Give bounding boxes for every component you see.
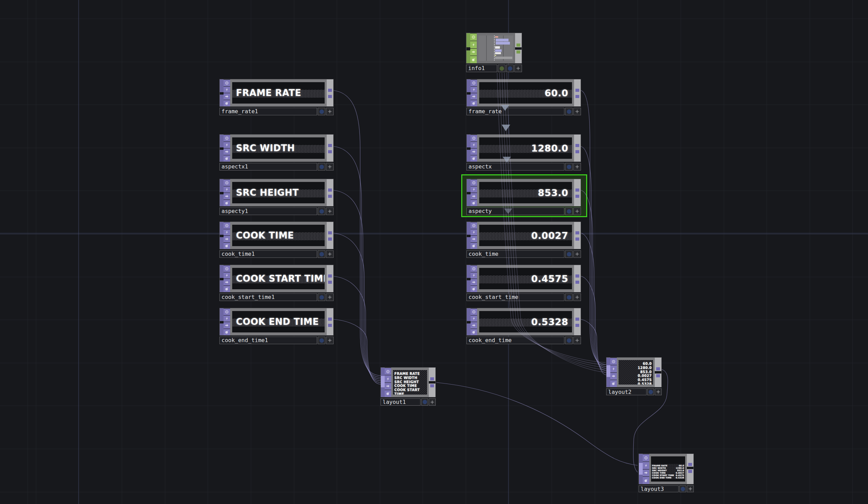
node-name-field[interactable]: layout1 xyxy=(381,398,421,406)
bypass-icon[interactable] xyxy=(224,316,230,322)
node-cook_end_time1[interactable]: COOK END TIME cook_end_time1 xyxy=(219,308,334,344)
input-connector-strip[interactable] xyxy=(467,179,471,206)
output-connector[interactable] xyxy=(688,463,692,466)
color-flag-button[interactable] xyxy=(565,207,573,215)
star-flag-button[interactable] xyxy=(573,250,581,258)
node-layout2[interactable]: 60.0 1280.0 853.0 0.0027 0.4575 0.5328 l… xyxy=(606,357,662,395)
node-aspecty1[interactable]: SRC HEIGHT aspecty1 xyxy=(219,179,334,215)
node-name-field[interactable]: cook_end_time1 xyxy=(219,337,317,344)
bomb-icon[interactable] xyxy=(610,380,617,387)
star-flag-button[interactable] xyxy=(687,485,694,492)
star-flag-button[interactable] xyxy=(573,108,581,115)
viewer-toggle-icon[interactable] xyxy=(471,135,477,142)
output-connector[interactable] xyxy=(328,281,332,284)
viewer-toggle-icon[interactable] xyxy=(471,309,477,315)
output-connector[interactable] xyxy=(328,89,332,92)
star-flag-button[interactable] xyxy=(429,398,436,406)
bypass-icon[interactable] xyxy=(471,87,477,93)
color-flag-button[interactable] xyxy=(318,207,325,215)
bomb-icon[interactable] xyxy=(471,243,477,249)
node-viewer-frame[interactable]: SRC WIDTH xyxy=(230,135,327,162)
input-connector-strip[interactable] xyxy=(466,33,470,63)
bomb-icon[interactable] xyxy=(224,329,230,336)
viewer-toggle-icon[interactable] xyxy=(471,222,477,229)
viewer-toggle-icon[interactable] xyxy=(643,454,649,462)
render-arrow-icon[interactable] xyxy=(471,93,477,100)
node-viewer-frame[interactable]: 0.4575 xyxy=(477,265,574,292)
bomb-icon[interactable] xyxy=(224,286,230,292)
color-flag-button[interactable] xyxy=(506,65,514,72)
star-flag-button[interactable] xyxy=(655,388,662,395)
input-connector[interactable] xyxy=(381,376,385,387)
input-connector-strip[interactable] xyxy=(381,368,385,397)
node-viewer-frame[interactable] xyxy=(477,33,515,63)
node-cook_start_time1[interactable]: COOK START TIME cook_start_time1 xyxy=(219,265,334,301)
node-viewer-frame[interactable]: 853.0 xyxy=(477,179,574,206)
bomb-icon[interactable] xyxy=(385,390,391,397)
color-flag-button[interactable] xyxy=(318,337,325,344)
star-flag-button[interactable] xyxy=(326,207,334,215)
input-connector-strip[interactable] xyxy=(467,222,471,249)
render-arrow-icon[interactable] xyxy=(470,49,477,56)
bomb-icon[interactable] xyxy=(471,100,477,107)
color-flag-button[interactable] xyxy=(679,485,686,492)
bypass-icon[interactable] xyxy=(224,272,230,279)
node-name-field[interactable]: aspectx xyxy=(466,163,564,171)
output-connector[interactable] xyxy=(575,318,579,321)
output-connector[interactable] xyxy=(516,50,520,54)
output-connector[interactable] xyxy=(328,195,332,198)
input-connector-strip[interactable] xyxy=(639,454,643,484)
node-name-field[interactable]: aspecty1 xyxy=(219,207,317,215)
star-flag-button[interactable] xyxy=(326,293,334,301)
output-connector[interactable] xyxy=(656,374,660,377)
render-arrow-icon[interactable] xyxy=(610,373,617,380)
viewer-toggle-icon[interactable] xyxy=(471,80,477,86)
bomb-icon[interactable] xyxy=(471,155,477,162)
node-name-field[interactable]: layout2 xyxy=(606,388,647,395)
render-arrow-icon[interactable] xyxy=(471,279,477,285)
render-arrow-icon[interactable] xyxy=(224,279,230,285)
output-connector[interactable] xyxy=(575,144,579,147)
bypass-icon[interactable] xyxy=(471,272,477,279)
bypass-icon[interactable] xyxy=(471,186,477,193)
node-layout1[interactable]: FRAME RATE SRC WIDTH SRC HEIGHT COOK TIM… xyxy=(381,367,436,406)
render-arrow-icon[interactable] xyxy=(385,383,391,390)
color-flag-button[interactable] xyxy=(318,108,325,115)
bypass-icon[interactable] xyxy=(470,41,477,48)
node-viewer-frame[interactable]: COOK START TIME xyxy=(230,265,327,292)
node-cook_start_time[interactable]: 0.4575 cook_start_time xyxy=(466,265,581,301)
input-connector[interactable] xyxy=(606,365,610,377)
star-flag-button[interactable] xyxy=(326,163,334,171)
node-name-field[interactable]: aspectx1 xyxy=(219,163,317,171)
input-connector-strip[interactable] xyxy=(467,79,471,106)
output-connector[interactable] xyxy=(688,470,692,473)
viewer-toggle-icon[interactable] xyxy=(224,309,230,315)
render-arrow-icon[interactable] xyxy=(224,193,230,200)
output-connector[interactable] xyxy=(328,274,332,278)
input-connector-strip[interactable] xyxy=(220,308,224,335)
viewer-toggle-icon[interactable] xyxy=(470,33,477,41)
node-frame_rate[interactable]: 60.0 frame_rate xyxy=(466,79,581,115)
output-connector[interactable] xyxy=(575,281,579,284)
bomb-icon[interactable] xyxy=(643,477,649,484)
render-arrow-icon[interactable] xyxy=(471,193,477,200)
input-connector-strip[interactable] xyxy=(606,358,610,387)
bypass-icon[interactable] xyxy=(610,365,617,372)
render-arrow-icon[interactable] xyxy=(224,93,230,100)
output-connector[interactable] xyxy=(328,95,332,98)
color-flag-button[interactable] xyxy=(565,163,573,171)
bypass-icon[interactable] xyxy=(471,229,477,236)
node-name-field[interactable]: cook_start_time xyxy=(466,293,564,301)
node-viewer-frame[interactable]: COOK END TIME xyxy=(230,308,327,335)
node-name-field[interactable]: frame_rate1 xyxy=(219,108,317,115)
node-name-field[interactable]: cook_time1 xyxy=(219,250,317,258)
viewer-toggle-icon[interactable] xyxy=(224,180,230,186)
color-flag-button[interactable] xyxy=(498,65,505,72)
input-connector-strip[interactable] xyxy=(220,179,224,206)
color-flag-button[interactable] xyxy=(318,250,325,258)
output-connector[interactable] xyxy=(328,318,332,321)
node-name-field[interactable]: cook_time xyxy=(466,250,564,258)
node-viewer-frame[interactable]: 1280.0 xyxy=(477,135,574,162)
bomb-icon[interactable] xyxy=(471,329,477,336)
output-connector[interactable] xyxy=(328,144,332,147)
